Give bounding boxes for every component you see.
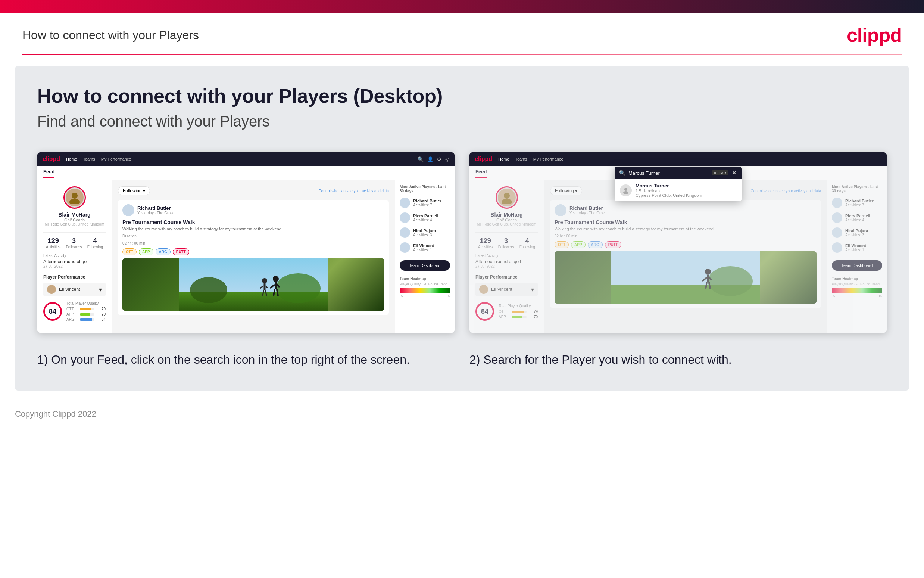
nav-home-1[interactable]: Home [66,157,77,161]
heatmap-sub-2: Player Quality · 20 Round Trend [832,282,882,286]
search-icon-1[interactable]: 🔍 [417,156,424,162]
active-avatar-2d [832,242,842,253]
nav-myperformance-2[interactable]: My Performance [533,157,563,161]
team-dashboard-button-1[interactable]: Team Dashboard [400,260,450,271]
feed-item-header-1: Richard Butler Yesterday · The Grove [122,204,384,216]
feed-meta-1: Duration [122,234,384,238]
search-overlay-box: 🔍 Marcus Turner CLEAR ✕ Marcus Turner [615,167,741,201]
player-select-1[interactable]: Eli Vincent ▾ [43,283,105,296]
stat-followers-2: 3 Followers [498,237,514,249]
active-act-4: Activities: 1 [413,248,434,252]
search-icon-overlay: 🔍 [619,170,625,176]
player-name-sm-1: Eli Vincent [59,287,96,292]
svg-rect-13 [264,283,266,290]
footer: Copyright Clippd 2022 [0,402,924,426]
followers-num-2: 3 [498,237,514,245]
activity-date-1: 27 Jul 2022 [43,265,105,268]
active-player-info-2b: Piers Parnell Activities: 4 [845,214,870,222]
following-button-1[interactable]: Following ▾ [118,186,150,195]
golf-image-2 [555,251,817,304]
user-circle-icon-1[interactable]: ◎ [445,156,449,162]
profile-location-1: Mill Ride Golf Club, United Kingdom [43,222,105,226]
feed-title-1: Pre Tournament Course Walk [122,219,384,225]
team-dashboard-button-2[interactable]: Team Dashboard [832,260,882,271]
header: How to connect with your Players clippd [0,13,924,54]
stat-followers-1: 3 Followers [66,237,82,249]
app-body-2: Blair McHarg Golf Coach Mill Ride Golf C… [469,180,887,333]
player-name-sm-2: Eli Vincent [491,287,528,292]
settings-icon-1[interactable]: ⚙ [437,156,442,162]
result-row: Marcus Turner 1.5 Handicap Cypress Point… [620,183,736,198]
feed-user-info-1: Richard Butler Yesterday · The Grove [138,205,175,215]
clear-button[interactable]: CLEAR [712,170,729,175]
team-heatmap-1: Team Heatmap Player Quality · 20 Round T… [400,277,450,298]
feed-item-header-2: Richard Butler Yesterday · The Grove [555,204,817,216]
bar-row-app-1: APP 70 [66,312,105,316]
tag-app-1: APP [139,248,154,255]
activity-date-2: 27 Jul 2022 [476,265,538,268]
profile-icon-1[interactable]: 👤 [427,156,433,162]
bar-row-ott-2: OTT 79 [498,310,538,313]
tag-putt-2: PUTT [605,241,621,248]
result-person-icon [620,185,632,196]
main-title: How to connect with your Players (Deskto… [37,85,887,107]
score-circle-1: 84 [43,302,62,321]
stat-activities-2: 129 Activities [478,237,493,249]
nav-teams-1[interactable]: Teams [83,157,95,161]
caption-2: 2) Search for the Player you wish to con… [469,351,887,368]
close-button[interactable]: ✕ [731,169,737,176]
player-avatar-sm-2 [479,285,488,294]
activities-label-2: Activities [478,245,493,249]
activity-label-2: Latest Activity [476,253,538,258]
nav-home-2[interactable]: Home [498,157,509,161]
heatmap-marker-low-2: -5 [832,294,835,298]
caption-1: 1) On your Feed, click on the search ico… [37,351,455,368]
bar-row-ott-1: OTT 79 [66,307,105,311]
golf-image-1 [122,258,384,311]
svg-rect-26 [707,275,709,282]
search-text[interactable]: Marcus Turner [628,170,712,176]
feed-avatar-1 [122,204,134,216]
active-avatar-4 [400,242,410,253]
active-player-info-2c: Hiral Pujara Activities: 3 [845,229,868,237]
player-perf-title-1: Player Performance [43,274,105,280]
active-player-info-4: Eli Vincent Activities: 1 [413,244,434,252]
svg-point-19 [623,191,628,194]
player-perf-title-2: Player Performance [476,274,538,280]
heatmap-title-2: Team Heatmap [832,277,882,281]
active-avatar-2c [832,227,842,238]
active-player-info-3: Hiral Pujara Activities: 3 [413,229,436,237]
quality-bars-1: OTT 79 APP 70 [66,307,105,321]
following-label-1: Following [87,245,103,249]
profile-section-1: Blair McHarg Golf Coach Mill Ride Golf C… [43,186,105,233]
active-name-2c: Hiral Pujara [845,229,868,233]
player-perf-section-2: Player Performance Eli Vincent ▾ 84 Tota… [476,274,538,324]
chevron-down-icon-2: ▾ [531,286,534,293]
active-act-2b: Activities: 4 [845,218,870,222]
middle-feed-1: Following ▾ Control who can see your act… [112,180,395,333]
active-player-4: Eli Vincent Activities: 1 [400,242,450,253]
active-player-2: Piers Parnell Activities: 4 [400,213,450,223]
feed-tab-1[interactable]: Feed [43,169,55,178]
app-nav-1: clippd Home Teams My Performance 🔍 👤 ⚙ ◎ [37,153,455,166]
profile-location-2: Mill Ride Golf Club, United Kingdom [476,222,538,226]
svg-point-25 [705,269,711,275]
chevron-down-icon-1: ▾ [99,286,102,293]
feed-duration-2: 02 hr : 00 min [555,234,817,238]
bar-row-arg-1: ARG 84 [66,317,105,321]
activities-num-2: 129 [478,237,493,245]
control-link-1[interactable]: Control who can see your activity and da… [319,189,389,193]
feed-avatar-2 [555,204,566,216]
top-bar [0,0,924,13]
duration-label-1: Duration [122,234,137,238]
app-logo-1: clippd [42,156,60,162]
player-select-2[interactable]: Eli Vincent ▾ [476,283,538,296]
nav-icons-1: 🔍 👤 ⚙ ◎ [417,156,449,162]
nav-myperformance-1[interactable]: My Performance [101,157,131,161]
heatmap-marker-low-1: -5 [400,294,403,298]
active-player-2b: Piers Parnell Activities: 4 [832,213,882,223]
nav-teams-2[interactable]: Teams [515,157,527,161]
app-nav-2: clippd Home Teams My Performance [469,153,887,166]
page-title: How to connect with your Players [23,28,199,42]
active-player-info-2: Piers Parnell Activities: 4 [413,214,438,222]
